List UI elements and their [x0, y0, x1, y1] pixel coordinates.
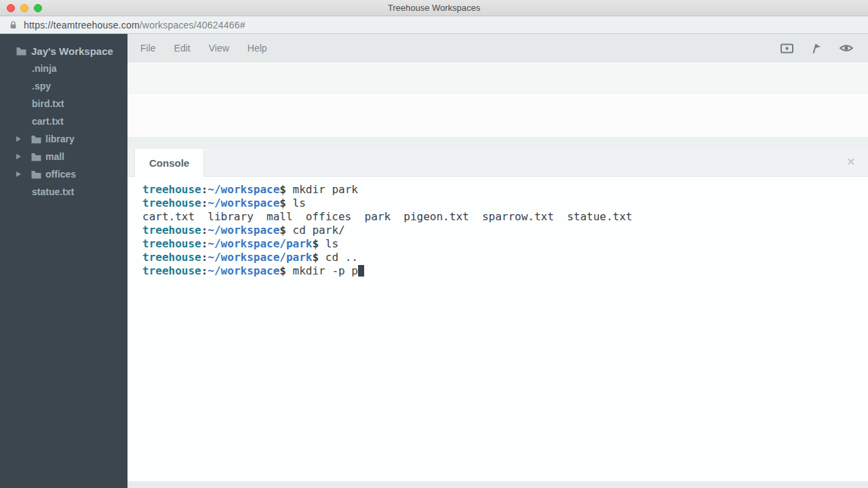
menu-help[interactable]: Help — [248, 43, 267, 54]
prompt-colon: : — [201, 264, 208, 277]
tree-item-mall[interactable]: mall — [0, 148, 127, 165]
prompt-host: treehouse — [142, 264, 201, 277]
terminal-line: treehouse:~/workspace/park$ cd .. — [142, 251, 868, 264]
menu-item-label: Help — [248, 43, 267, 54]
prompt-dollar: $ — [279, 197, 286, 209]
menu-view[interactable]: View — [209, 43, 229, 54]
workspace-app: Jay's Workspace .ninja .spy bird.txt car… — [0, 34, 868, 488]
tree-item-label: library — [45, 134, 75, 144]
terminal-line: treehouse:~/workspace$ ls — [142, 197, 868, 210]
prompt-dollar: $ — [279, 224, 286, 237]
prompt-dollar: $ — [279, 264, 286, 277]
prompt-colon: : — [201, 251, 208, 264]
main-panel: FileEditViewHelp — [127, 34, 868, 488]
menu-edit[interactable]: Edit — [174, 43, 191, 54]
folder-icon — [31, 170, 41, 179]
menu-file[interactable]: File — [140, 43, 156, 54]
tree-item-jay-s-workspace[interactable]: Jay's Workspace — [0, 42, 127, 60]
macos-titlebar: Treehouse Workspaces — [0, 0, 868, 16]
tree-item-statue.txt[interactable]: statue.txt — [0, 183, 127, 201]
prompt-path: ~/workspace — [208, 264, 279, 277]
prompt-host: treehouse — [142, 224, 201, 237]
url-text[interactable]: https://teamtreehouse.com/workspaces/406… — [24, 20, 245, 30]
tree-item-label: .ninja — [32, 63, 57, 74]
terminal-command: mkdir park — [286, 183, 358, 196]
footer-strip — [127, 481, 868, 488]
url-path: /workspaces/40624466# — [140, 20, 245, 30]
prompt-dollar: $ — [312, 237, 319, 250]
tree-item-label: bird.txt — [32, 98, 64, 109]
terminal[interactable]: treehouse:~/workspace$ mkdir parktreehou… — [127, 177, 868, 481]
menubar-icons — [780, 41, 868, 55]
tree-item-label: .spy — [32, 81, 51, 92]
browser-url-bar[interactable]: https://teamtreehouse.com/workspaces/406… — [0, 16, 868, 34]
tree-item-library[interactable]: library — [0, 130, 127, 148]
window-title: Treehouse Workspaces — [0, 3, 868, 13]
tab-console[interactable]: Console — [134, 148, 204, 177]
terminal-command: cd .. — [319, 251, 358, 264]
menubar: FileEditViewHelp — [127, 34, 868, 62]
tree-item-label: Jay's Workspace — [31, 45, 113, 57]
prompt-path: ~/workspace — [208, 224, 279, 237]
terminal-line: treehouse:~/workspace$ mkdir park — [142, 183, 868, 197]
folder-icon — [31, 152, 41, 161]
folder-icon — [16, 47, 26, 56]
prompt-host: treehouse — [142, 183, 201, 196]
terminal-line: treehouse:~/workspace$ mkdir -p p — [142, 264, 868, 278]
chevron-right-icon[interactable] — [16, 136, 21, 142]
close-window-button[interactable] — [7, 4, 15, 12]
editor-area[interactable] — [127, 62, 868, 148]
tree-item-label: statue.txt — [32, 186, 74, 197]
prompt-dollar: $ — [312, 251, 319, 264]
console-header: Console ✕ — [127, 148, 868, 177]
terminal-command: cd park/ — [286, 224, 345, 237]
prompt-colon: : — [201, 237, 208, 250]
terminal-line: treehouse:~/workspace/park$ ls — [142, 237, 868, 251]
terminal-cursor — [358, 265, 364, 277]
preview-eye-icon[interactable] — [839, 41, 854, 55]
prompt-colon: : — [201, 224, 208, 237]
tree-item-bird.txt[interactable]: bird.txt — [0, 95, 127, 113]
tree-item-label: cart.txt — [32, 116, 64, 127]
terminal-command: mkdir -p p — [286, 264, 358, 277]
editor-surface[interactable] — [127, 94, 868, 137]
prompt-colon: : — [201, 197, 208, 209]
prompt-host: treehouse — [142, 251, 201, 264]
tree-item-.spy[interactable]: .spy — [0, 77, 127, 95]
menu-item-label: File — [140, 43, 156, 54]
console-close-icon[interactable]: ✕ — [846, 156, 855, 168]
prompt-dollar: $ — [279, 183, 286, 196]
zoom-window-button[interactable] — [34, 4, 42, 12]
menu-item-label: View — [209, 43, 229, 54]
ssl-lock-icon — [9, 20, 18, 30]
editor-tab-strip — [127, 62, 868, 94]
prompt-path: ~/workspace/park — [208, 251, 312, 264]
fork-icon[interactable] — [810, 41, 823, 55]
tree-item-.ninja[interactable]: .ninja — [0, 60, 127, 77]
prompt-colon: : — [201, 183, 208, 196]
chevron-right-icon[interactable] — [16, 171, 21, 177]
tree-item-label: mall — [45, 151, 64, 162]
minimize-window-button[interactable] — [20, 4, 28, 12]
terminal-command: ls — [286, 197, 306, 209]
prompt-path: ~/workspace/park — [208, 237, 312, 250]
prompt-host: treehouse — [142, 237, 201, 250]
chevron-right-icon[interactable] — [16, 154, 21, 159]
folder-icon — [31, 135, 41, 144]
prompt-path: ~/workspace — [208, 183, 279, 196]
menubar-items: FileEditViewHelp — [140, 43, 285, 54]
tree-item-offices[interactable]: offices — [0, 165, 127, 183]
editor-console-divider[interactable] — [127, 137, 868, 148]
menu-item-label: Edit — [174, 43, 191, 54]
tree-item-cart.txt[interactable]: cart.txt — [0, 113, 127, 130]
file-tree-sidebar: Jay's Workspace .ninja .spy bird.txt car… — [0, 34, 127, 488]
terminal-command: ls — [319, 237, 338, 250]
url-domain: https://teamtreehouse.com — [24, 20, 140, 30]
prompt-host: treehouse — [142, 197, 201, 209]
terminal-line: treehouse:~/workspace$ cd park/ — [142, 224, 868, 237]
camera-snapshot-icon[interactable] — [780, 41, 794, 55]
prompt-path: ~/workspace — [208, 197, 279, 209]
traffic-lights — [0, 4, 42, 12]
tree-item-label: offices — [45, 169, 76, 180]
terminal-output-line: cart.txt library mall offices park pigeo… — [142, 210, 868, 224]
